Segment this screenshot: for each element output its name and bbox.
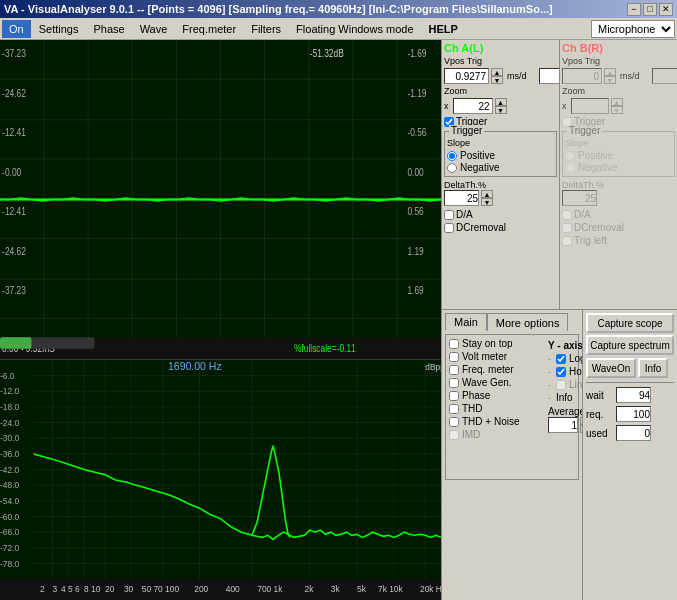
wave-info-row: WaveOn Info xyxy=(586,358,674,378)
wait-input[interactable] xyxy=(616,387,651,403)
waveon-button[interactable]: WaveOn xyxy=(586,358,636,378)
ch-a-negative-row: Negative xyxy=(447,162,554,173)
y-axis-title: Y - axis xyxy=(548,340,582,351)
thd-noise-checkbox[interactable] xyxy=(449,417,459,427)
ch-b-trigleft-checkbox[interactable] xyxy=(562,236,572,246)
ch-b-dcremoval-row: DCremoval xyxy=(562,222,675,233)
thd-checkbox[interactable] xyxy=(449,404,459,414)
ch-b-negative-radio[interactable] xyxy=(565,163,575,173)
ch-b-vpos-up[interactable]: ▲ xyxy=(604,68,616,76)
wait-row: wait xyxy=(586,387,674,403)
tab-more-options[interactable]: More options xyxy=(487,313,569,331)
ch-a-zoom-down[interactable]: ▼ xyxy=(495,106,507,114)
y-lines-checkbox[interactable] xyxy=(556,380,566,390)
separator xyxy=(586,382,674,383)
info-button[interactable]: Info xyxy=(638,358,668,378)
ch-a-ms-input[interactable] xyxy=(539,68,560,84)
y-dash: - xyxy=(548,354,551,364)
oscilloscope-top: -37.23 -24.62 -12.41 -0.00 -12.41 -24.62… xyxy=(0,40,441,360)
stay-on-top-label: Stay on top xyxy=(462,338,542,349)
ch-b-vpos-input[interactable] xyxy=(562,68,602,84)
freq-meter-checkbox[interactable] xyxy=(449,365,459,375)
phase-checkbox[interactable] xyxy=(449,391,459,401)
ch-a-negative-label: Negative xyxy=(460,162,499,173)
svg-text:4 5 6: 4 5 6 xyxy=(61,584,80,594)
options-panel: Main More options Stay on top xyxy=(442,310,582,600)
help-button[interactable]: HELP xyxy=(422,20,465,38)
floating-button[interactable]: Floating Windows mode xyxy=(289,20,420,38)
options-checks: Stay on top Volt meter Freq. meter xyxy=(449,338,542,476)
freq-meter-button[interactable]: Freq.meter xyxy=(175,20,243,38)
freq-meter-label: Freq. meter xyxy=(462,364,542,375)
filters-button[interactable]: Filters xyxy=(244,20,288,38)
minimize-button[interactable]: − xyxy=(627,3,641,16)
imd-row: IMD xyxy=(449,429,542,440)
svg-text:-12.0: -12.0 xyxy=(0,386,19,396)
svg-text:30: 30 xyxy=(124,584,134,594)
ch-b-zoom-label: Zoom xyxy=(562,86,592,96)
ch-a-zoom-input[interactable] xyxy=(453,98,493,114)
stay-on-top-checkbox[interactable] xyxy=(449,339,459,349)
ch-a-da-checkbox[interactable] xyxy=(444,210,454,220)
channel-a-panel: Ch A(L) Vpos Trig ▲ ▼ ms/d ▲ ▼ xyxy=(442,40,560,309)
ch-a-deltath-row: ▲ ▼ xyxy=(444,190,557,206)
req-input[interactable] xyxy=(616,406,651,422)
maximize-button[interactable]: □ xyxy=(643,3,657,16)
volt-meter-checkbox[interactable] xyxy=(449,352,459,362)
input-dropdown[interactable]: Microphone Line In Stereo Mix xyxy=(591,20,675,38)
svg-text:400: 400 xyxy=(226,584,240,594)
ch-a-zoom-up[interactable]: ▲ xyxy=(495,98,507,106)
ch-b-zoom-up[interactable]: ▲ xyxy=(611,98,623,106)
freq-meter-row: Freq. meter xyxy=(449,364,542,375)
tab-main[interactable]: Main xyxy=(445,313,487,331)
ch-a-dcremoval-checkbox[interactable] xyxy=(444,223,454,233)
phase-button[interactable]: Phase xyxy=(86,20,131,38)
capture-scope-button[interactable]: Capture scope xyxy=(586,313,674,333)
on-button[interactable]: On xyxy=(2,20,31,38)
svg-text:-24.62: -24.62 xyxy=(2,86,26,99)
y-log-checkbox[interactable] xyxy=(556,354,566,364)
settings-button[interactable]: Settings xyxy=(32,20,86,38)
ch-b-zoom-down[interactable]: ▼ xyxy=(611,106,623,114)
ch-b-positive-radio[interactable] xyxy=(565,151,575,161)
y-dash2: - xyxy=(548,367,551,377)
ch-b-dcremoval-checkbox[interactable] xyxy=(562,223,572,233)
svg-text:0.00: 0.00 xyxy=(407,166,424,179)
close-button[interactable]: ✕ xyxy=(659,3,673,16)
svg-text:-1.69: -1.69 xyxy=(407,47,426,60)
ch-a-negative-radio[interactable] xyxy=(447,163,457,173)
wave-gen-checkbox[interactable] xyxy=(449,378,459,388)
ch-b-deltath-input[interactable] xyxy=(562,190,597,206)
used-input[interactable] xyxy=(616,425,651,441)
svg-text:-42.0: -42.0 xyxy=(0,465,19,475)
ch-b-da-row: D/A xyxy=(562,209,675,220)
ch-a-trigger-section: Trigger Slope Positive Negative xyxy=(444,131,557,177)
ch-b-ms-input[interactable] xyxy=(652,68,677,84)
y-dash4: - xyxy=(548,393,551,403)
phase-label: Phase xyxy=(462,390,542,401)
ch-b-vpos-down[interactable]: ▼ xyxy=(604,76,616,84)
wave-button[interactable]: Wave xyxy=(133,20,175,38)
ch-a-deltath-input[interactable] xyxy=(444,190,479,206)
y-hold-checkbox[interactable] xyxy=(556,367,566,377)
ch-a-positive-label: Positive xyxy=(460,150,495,161)
ch-a-positive-radio[interactable] xyxy=(447,151,457,161)
ch-a-dcremoval-label: DCremoval xyxy=(456,222,506,233)
imd-checkbox[interactable] xyxy=(449,430,459,440)
ch-a-deltath-down[interactable]: ▼ xyxy=(481,198,493,206)
ch-a-vpos-input[interactable] xyxy=(444,68,489,84)
svg-text:-1.19: -1.19 xyxy=(407,86,426,99)
ch-b-da-checkbox[interactable] xyxy=(562,210,572,220)
svg-text:-24.0: -24.0 xyxy=(0,418,19,428)
options-content: Stay on top Volt meter Freq. meter xyxy=(445,334,579,480)
channel-b-panel: Ch B(R) Vpos Trig ▲ ▼ ms/d ▲ ▼ xyxy=(560,40,677,309)
svg-text:5k: 5k xyxy=(357,584,367,594)
svg-text:7k 10k: 7k 10k xyxy=(378,584,404,594)
svg-text:-78.0: -78.0 xyxy=(0,559,19,569)
ch-b-zoom-input[interactable] xyxy=(571,98,609,114)
capture-spectrum-button[interactable]: Capture spectrum xyxy=(586,335,674,355)
average-input[interactable] xyxy=(548,417,578,433)
ch-a-vpos-up[interactable]: ▲ xyxy=(491,68,503,76)
ch-a-deltath-up[interactable]: ▲ xyxy=(481,190,493,198)
ch-a-vpos-down[interactable]: ▼ xyxy=(491,76,503,84)
